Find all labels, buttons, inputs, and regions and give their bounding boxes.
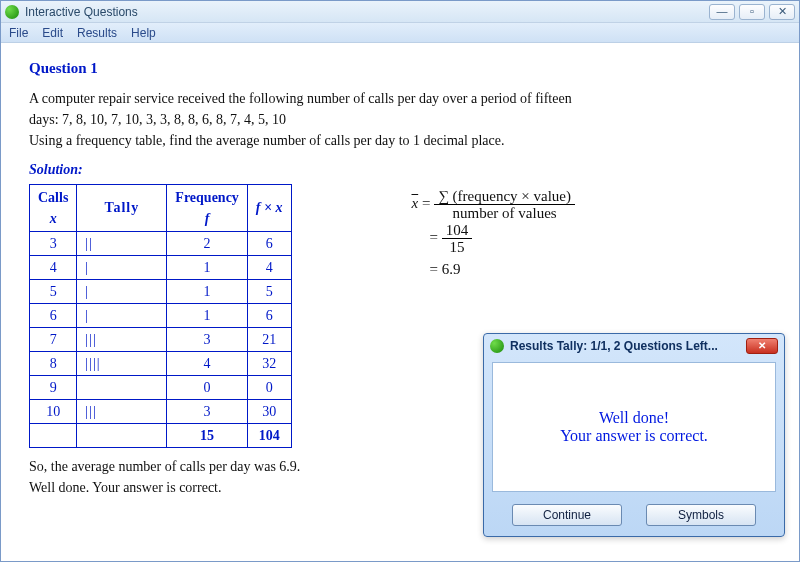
menu-edit[interactable]: Edit: [42, 26, 63, 40]
equals-1: =: [422, 195, 430, 211]
cell-x: 7: [30, 327, 77, 351]
step-numerator: 104: [442, 222, 473, 240]
col-calls-sub: x: [50, 211, 57, 226]
col-calls-label: Calls: [38, 190, 68, 205]
col-frequency: Frequency f: [167, 184, 248, 231]
cell-f: 3: [167, 327, 248, 351]
dialog-title: Results Tally: 1/1, 2 Questions Left...: [510, 339, 718, 353]
col-freq-label: Frequency: [175, 190, 239, 205]
col-fx-label: f × x: [256, 200, 283, 215]
cell-fx: 6: [247, 231, 291, 255]
app-icon: [5, 5, 19, 19]
cell-x: 6: [30, 303, 77, 327]
mean-symbol: x: [412, 195, 419, 211]
col-calls: Calls x: [30, 184, 77, 231]
cell-tally: ||: [77, 231, 167, 255]
table-row: 3||26: [30, 231, 292, 255]
cell-f: 1: [167, 255, 248, 279]
total-f: 15: [167, 423, 248, 447]
question-text-2: days: 7, 8, 10, 7, 10, 3, 3, 8, 8, 6, 8,…: [29, 109, 771, 130]
formula-numerator: ∑ (frequency × value): [434, 188, 575, 206]
cell-fx: 30: [247, 399, 291, 423]
frequency-table: Calls x Tally Frequency f f × x 3||264|: [29, 184, 292, 448]
menu-help[interactable]: Help: [131, 26, 156, 40]
maximize-button[interactable]: ▫: [739, 4, 765, 20]
col-freq-sub: f: [205, 211, 210, 226]
cell-fx: 32: [247, 351, 291, 375]
symbols-button[interactable]: Symbols: [646, 504, 756, 526]
results-dialog: Results Tally: 1/1, 2 Questions Left... …: [483, 333, 785, 537]
cell-f: 2: [167, 231, 248, 255]
dialog-button-row: Continue Symbols: [484, 500, 784, 536]
formula-denominator: number of values: [434, 205, 575, 222]
table-row: 7|||321: [30, 327, 292, 351]
cell-x: 4: [30, 255, 77, 279]
cell-f: 0: [167, 375, 248, 399]
continue-button[interactable]: Continue: [512, 504, 622, 526]
question-text-1: A computer repair service received the f…: [29, 88, 771, 109]
table-row: 8||||432: [30, 351, 292, 375]
col-fx: f × x: [247, 184, 291, 231]
cell-x: 10: [30, 399, 77, 423]
step-fraction: 104 15: [442, 222, 473, 256]
table-row: 900: [30, 375, 292, 399]
cell-x: 3: [30, 231, 77, 255]
cell-f: 3: [167, 399, 248, 423]
close-button[interactable]: ✕: [769, 4, 795, 20]
dialog-line-1: Well done!: [599, 409, 669, 427]
cell-fx: 21: [247, 327, 291, 351]
total-fx: 104: [247, 423, 291, 447]
cell-f: 4: [167, 351, 248, 375]
calculation-steps: x = ∑ (frequency × value) number of valu…: [412, 188, 575, 283]
table-row: 10|||330: [30, 399, 292, 423]
cell-fx: 4: [247, 255, 291, 279]
cell-tally: |: [77, 303, 167, 327]
formula-line: x = ∑ (frequency × value) number of valu…: [412, 188, 575, 222]
menubar: File Edit Results Help: [1, 23, 799, 43]
cell-tally: |||: [77, 327, 167, 351]
menu-file[interactable]: File: [9, 26, 28, 40]
cell-f: 1: [167, 279, 248, 303]
table-row: 6|16: [30, 303, 292, 327]
dialog-app-icon: [490, 339, 504, 353]
solution-label: Solution:: [29, 159, 771, 180]
menu-results[interactable]: Results: [77, 26, 117, 40]
cell-tally: |||: [77, 399, 167, 423]
window-title: Interactive Questions: [25, 5, 709, 19]
question-title: Question 1: [29, 57, 771, 80]
dialog-line-2: Your answer is correct.: [560, 427, 708, 445]
app-window: Interactive Questions — ▫ ✕ File Edit Re…: [0, 0, 800, 562]
minimize-button[interactable]: —: [709, 4, 735, 20]
cell-x: 9: [30, 375, 77, 399]
totals-row: 15 104: [30, 423, 292, 447]
cell-tally: ||||: [77, 351, 167, 375]
dialog-close-button[interactable]: ✕: [746, 338, 778, 354]
dialog-body: Well done! Your answer is correct.: [492, 362, 776, 492]
cell-fx: 6: [247, 303, 291, 327]
window-controls: — ▫ ✕: [709, 4, 795, 20]
titlebar: Interactive Questions — ▫ ✕: [1, 1, 799, 23]
cell-fx: 0: [247, 375, 291, 399]
equals-2: =: [430, 229, 438, 245]
step-line: = 104 15: [412, 222, 575, 256]
cell-tally: [77, 375, 167, 399]
table-row: 5|15: [30, 279, 292, 303]
cell-fx: 5: [247, 279, 291, 303]
question-text-3: Using a frequency table, find the averag…: [29, 130, 771, 151]
cell-f: 1: [167, 303, 248, 327]
cell-x: 8: [30, 351, 77, 375]
dialog-titlebar: Results Tally: 1/1, 2 Questions Left... …: [484, 334, 784, 358]
cell-x: 5: [30, 279, 77, 303]
result-line: = 6.9: [412, 256, 575, 283]
formula-fraction: ∑ (frequency × value) number of values: [434, 188, 575, 222]
cell-tally: |: [77, 279, 167, 303]
step-denominator: 15: [442, 239, 473, 256]
col-tally: Tally: [77, 184, 167, 231]
cell-tally: |: [77, 255, 167, 279]
table-row: 4|14: [30, 255, 292, 279]
